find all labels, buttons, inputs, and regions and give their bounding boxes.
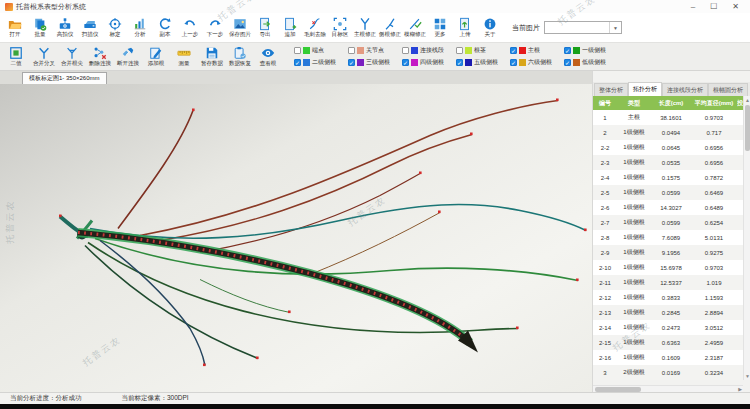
toolbar-button-calibrate[interactable]: 标定 xyxy=(102,17,127,38)
layer-toggle-4[interactable]: 根茎 xyxy=(456,46,498,55)
table-row[interactable]: 2-111级侧根12.53371.019 xyxy=(593,275,743,290)
vertical-scrollbar[interactable]: ▲ ▼ xyxy=(743,96,750,380)
layer-toggle-10[interactable]: ✓五级侧根 xyxy=(456,58,498,67)
toolbar-button-undo[interactable]: 上一步 xyxy=(177,17,202,38)
table-cell: 12.5337 xyxy=(651,275,691,290)
checkbox-checked-icon[interactable]: ✓ xyxy=(456,59,463,66)
toolbar-button-analyze[interactable]: 分析 xyxy=(127,17,152,38)
table-cell: 2-8 xyxy=(593,230,617,245)
table-row[interactable]: 2-31级侧根0.05350.6956 xyxy=(593,155,743,170)
table-cell: 2-12 xyxy=(593,290,617,305)
tool-button-view-root[interactable]: 查看根 xyxy=(254,46,282,67)
tool-button-restore-data[interactable]: 数据恢复 xyxy=(226,46,254,67)
toolbar-button-target-area[interactable]: 目标区 xyxy=(327,17,352,38)
table-row[interactable]: 2-121级侧根0.38331.1593 xyxy=(593,290,743,305)
layer-toggle-1[interactable]: 端点 xyxy=(294,46,336,55)
close-button[interactable]: ✕ xyxy=(732,0,739,13)
checkbox-unchecked-icon[interactable] xyxy=(294,47,301,54)
checkbox-checked-icon[interactable]: ✓ xyxy=(402,59,409,66)
checkbox-unchecked-icon[interactable] xyxy=(456,47,463,54)
tool-button-measure[interactable]: 测量 xyxy=(170,46,198,67)
table-row[interactable]: 2-61级侧根14.30270.6489 xyxy=(593,200,743,215)
tool-button-delete-link[interactable]: 删除连接 xyxy=(86,46,114,67)
table-row[interactable]: 2-151级侧根0.63632.4959 xyxy=(593,335,743,350)
checkbox-checked-icon[interactable]: ✓ xyxy=(348,59,355,66)
tool-button-merge-fork[interactable]: 合并分叉 xyxy=(30,46,58,67)
table-row[interactable]: 2-41级侧根0.15750.7872 xyxy=(593,170,743,185)
toolbar-button-scanner[interactable]: 扫描仪 xyxy=(77,17,102,38)
table-row[interactable]: 2-21级侧根0.06450.6956 xyxy=(593,140,743,155)
layer-toggle-6[interactable]: ✓一级侧根 xyxy=(564,46,606,55)
checkbox-checked-icon[interactable]: ✓ xyxy=(294,59,301,66)
vertical-scroll-thumb[interactable] xyxy=(745,105,750,151)
tab-连接线段分析[interactable]: 连接线段分析 xyxy=(662,83,708,96)
table-cell: 0.3234 xyxy=(691,365,737,380)
toolbar-button-save-image[interactable]: 保存图片 xyxy=(227,17,252,38)
table-row[interactable]: 2-71级侧根0.05990.6254 xyxy=(593,215,743,230)
scroll-up-icon[interactable]: ▲ xyxy=(744,96,750,104)
toolbar-button-append[interactable]: 追加 xyxy=(277,17,302,38)
table-row[interactable]: 32级侧根0.01690.3234 xyxy=(593,365,743,380)
root-canvas[interactable] xyxy=(0,84,592,392)
table-row[interactable]: 2-141级侧根0.24733.0512 xyxy=(593,320,743,335)
tab-根幅圆分析[interactable]: 根幅圆分析 xyxy=(708,83,748,96)
tool-button-stash-data[interactable]: 暂存数据 xyxy=(198,46,226,67)
toolbar-button-batch[interactable]: 批量 xyxy=(27,17,52,38)
toolbar-button-about[interactable]: 关于 xyxy=(477,17,502,38)
image-tab[interactable]: 模板标定图1- 350×260mm xyxy=(22,72,107,84)
current-image-select[interactable]: ▼ xyxy=(544,21,622,34)
table-cell: 1级侧根 xyxy=(617,200,651,215)
horizontal-scroll-thumb[interactable] xyxy=(595,387,641,392)
table-row[interactable]: 2-51级侧根0.05990.6469 xyxy=(593,185,743,200)
table-cell: 0.6363 xyxy=(651,335,691,350)
table-row[interactable]: 2-161级侧根0.16092.3187 xyxy=(593,350,743,365)
toolbar-button-blur-fix[interactable]: 模糊修正 xyxy=(402,17,427,38)
toolbar-button-lateral-root-fix[interactable]: 侧根修正 xyxy=(377,17,402,38)
toolbar-button-redo[interactable]: 下一步 xyxy=(202,17,227,38)
horizontal-scrollbar[interactable]: ▶ xyxy=(593,385,743,392)
toolbar-button-doc-camera[interactable]: 高拍仪 xyxy=(52,17,77,38)
toolbar-button-duplicate[interactable]: 副本 xyxy=(152,17,177,38)
checkbox-unchecked-icon[interactable] xyxy=(402,47,409,54)
tab-拓扑分析[interactable]: 拓扑分析 xyxy=(628,82,662,96)
checkbox-checked-icon[interactable]: ✓ xyxy=(510,47,517,54)
toolbar-button-main-root-fix[interactable]: 主根修正 xyxy=(352,17,377,38)
table-row[interactable]: 1主根38.16010.9703 xyxy=(593,110,743,125)
layer-toggle-7[interactable]: ✓二级侧根 xyxy=(294,58,336,67)
checkbox-checked-icon[interactable]: ✓ xyxy=(564,47,571,54)
layer-toggle-3[interactable]: 连接线段 xyxy=(402,46,444,55)
tool-button-add-root[interactable]: 添加根 xyxy=(142,46,170,67)
toolbar-button-export[interactable]: 导出 xyxy=(252,17,277,38)
layer-toggle-9[interactable]: ✓四级侧根 xyxy=(402,58,444,67)
checkbox-unchecked-icon[interactable] xyxy=(348,47,355,54)
checkbox-checked-icon[interactable]: ✓ xyxy=(510,59,517,66)
table-row[interactable]: 21级侧根0.04940.717 xyxy=(593,125,743,140)
layer-label: 关节点 xyxy=(366,46,384,55)
toolbar-button-more[interactable]: 更多 xyxy=(427,17,452,38)
tool-button-binary[interactable]: 二值 xyxy=(2,46,30,67)
maximize-button[interactable]: ☐ xyxy=(710,0,717,13)
table-cell: 0.9703 xyxy=(691,260,737,275)
layer-toggle-2[interactable]: 关节点 xyxy=(348,46,390,55)
layer-toggle-11[interactable]: ✓六级侧根 xyxy=(510,58,552,67)
tab-整体分析[interactable]: 整体分析 xyxy=(594,83,628,96)
scroll-down-icon[interactable]: ▼ xyxy=(744,372,750,380)
toolbar-button-upload[interactable]: 上传 xyxy=(452,17,477,38)
layer-toggle-5[interactable]: ✓主根 xyxy=(510,46,552,55)
table-cell: 2-9 xyxy=(593,245,617,260)
checkbox-checked-icon[interactable]: ✓ xyxy=(564,59,571,66)
tool-button-break-link[interactable]: 断开连接 xyxy=(114,46,142,67)
scroll-right-icon[interactable]: ▶ xyxy=(738,386,742,393)
toolbar-button-open-folder[interactable]: 打开 xyxy=(2,17,27,38)
toolbar-button-label: 更多 xyxy=(434,31,445,37)
table-row[interactable]: 2-81级侧根7.60895.0131 xyxy=(593,230,743,245)
layer-toggle-8[interactable]: ✓三级侧根 xyxy=(348,58,390,67)
tool-button-merge-tip[interactable]: 合并根尖 xyxy=(58,46,86,67)
table-row[interactable]: 2-91级侧根9.19560.9275 xyxy=(593,245,743,260)
minimize-button[interactable]: – xyxy=(691,0,695,13)
table-row[interactable]: 2-101级侧根15.69780.9703 xyxy=(593,260,743,275)
layer-toggle-12[interactable]: ✓低级侧根 xyxy=(564,58,606,67)
table-row[interactable]: 2-131级侧根0.28452.8894 xyxy=(593,305,743,320)
toolbar-button-deburr[interactable]: 毛刺去除 xyxy=(302,17,327,38)
layer-label: 连接线段 xyxy=(420,46,444,55)
